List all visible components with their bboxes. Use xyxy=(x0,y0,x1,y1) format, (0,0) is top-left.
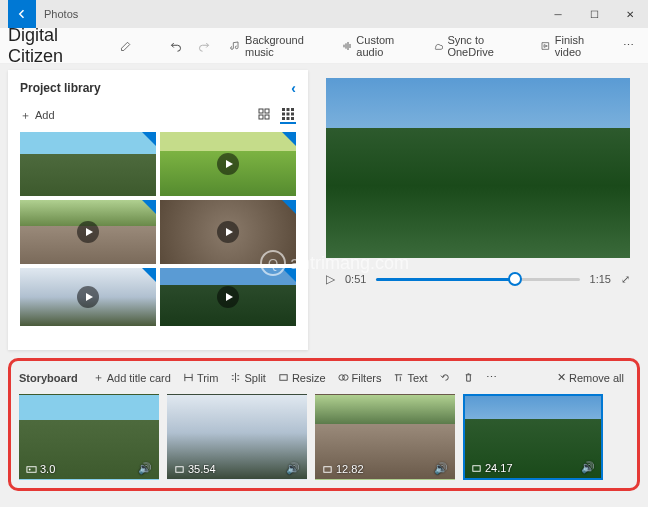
custom-audio-label: Custom audio xyxy=(356,34,416,58)
project-title: Digital Citizen xyxy=(8,25,106,67)
edit-title-button[interactable] xyxy=(114,36,138,56)
svg-point-15 xyxy=(342,375,348,381)
add-media-button[interactable]: ＋ Add xyxy=(20,108,55,123)
more-storyboard-button[interactable]: ⋯ xyxy=(481,368,502,387)
play-icon xyxy=(77,286,99,308)
library-header: Project library ‹ xyxy=(20,80,296,96)
storyboard-clip[interactable]: 3.0 🔊 xyxy=(19,394,159,480)
storyboard-clips: 3.0 🔊 35.54 🔊 12.82 🔊 24.17 🔊 xyxy=(19,394,629,480)
preview-panel: ▷ 0:51 1:15 ⤢ xyxy=(308,64,648,350)
finish-button[interactable]: Finish video xyxy=(534,30,613,62)
filters-button[interactable]: Filters xyxy=(333,369,387,387)
library-thumb[interactable] xyxy=(160,200,296,264)
svg-rect-11 xyxy=(287,117,290,120)
sync-label: Sync to OneDrive xyxy=(447,34,524,58)
filters-label: Filters xyxy=(352,372,382,384)
library-thumb[interactable] xyxy=(20,132,156,196)
library-thumb[interactable] xyxy=(160,268,296,326)
resize-button[interactable]: Resize xyxy=(273,369,331,387)
text-label: Text xyxy=(407,372,427,384)
total-time: 1:15 xyxy=(590,273,611,285)
storyboard-clip[interactable]: 12.82 🔊 xyxy=(315,394,455,480)
library-thumb[interactable] xyxy=(20,200,156,264)
remove-all-label: Remove all xyxy=(569,372,624,384)
main-toolbar: Digital Citizen Background music Custom … xyxy=(0,28,648,64)
add-title-label: Add title card xyxy=(107,372,171,384)
trim-label: Trim xyxy=(197,372,219,384)
add-label: Add xyxy=(35,109,55,121)
preview-frame[interactable] xyxy=(326,78,630,258)
svg-rect-7 xyxy=(282,113,285,116)
app-title: Photos xyxy=(44,8,540,20)
clip-duration: 24.17 xyxy=(471,462,513,474)
resize-label: Resize xyxy=(292,372,326,384)
svg-rect-5 xyxy=(287,108,290,111)
play-icon xyxy=(217,221,239,243)
svg-point-17 xyxy=(29,468,31,470)
storyboard-title: Storyboard xyxy=(19,372,78,384)
background-music-button[interactable]: Background music xyxy=(224,30,331,62)
add-title-card-button[interactable]: ＋ Add title card xyxy=(88,367,176,388)
undo-button[interactable] xyxy=(164,36,188,56)
close-button[interactable]: ✕ xyxy=(612,0,648,28)
text-button[interactable]: Text xyxy=(388,369,432,387)
plus-icon: ＋ xyxy=(20,108,31,123)
svg-rect-19 xyxy=(324,466,331,472)
seek-progress xyxy=(376,278,514,281)
custom-audio-button[interactable]: Custom audio xyxy=(336,30,423,62)
view-switcher xyxy=(256,106,296,124)
storyboard-toolbar: Storyboard ＋ Add title card Trim Split R… xyxy=(19,367,629,388)
maximize-button[interactable]: ☐ xyxy=(576,0,612,28)
sound-icon: 🔊 xyxy=(581,461,595,474)
svg-rect-1 xyxy=(265,109,269,113)
seek-slider[interactable] xyxy=(376,278,579,281)
svg-rect-16 xyxy=(27,466,36,472)
rotate-button[interactable] xyxy=(435,369,456,386)
window-controls: ─ ☐ ✕ xyxy=(540,0,648,28)
project-library-panel: Project library ‹ ＋ Add xyxy=(8,70,308,350)
library-thumb[interactable] xyxy=(160,132,296,196)
playback-controls: ▷ 0:51 1:15 ⤢ xyxy=(326,272,630,286)
finish-label: Finish video xyxy=(555,34,607,58)
library-title: Project library xyxy=(20,81,101,95)
clip-duration: 12.82 xyxy=(322,463,364,475)
svg-rect-8 xyxy=(287,113,290,116)
sound-icon: 🔊 xyxy=(434,462,448,475)
view-small-button[interactable] xyxy=(280,106,296,124)
svg-rect-18 xyxy=(176,466,183,472)
play-button[interactable]: ▷ xyxy=(326,272,335,286)
storyboard-clip[interactable]: 35.54 🔊 xyxy=(167,394,307,480)
svg-rect-20 xyxy=(473,465,480,471)
sync-button[interactable]: Sync to OneDrive xyxy=(427,30,530,62)
main-area: Project library ‹ ＋ Add xyxy=(0,64,648,350)
fullscreen-button[interactable]: ⤢ xyxy=(621,273,630,286)
redo-button[interactable] xyxy=(192,36,216,56)
clip-duration: 3.0 xyxy=(26,463,55,475)
collapse-library-button[interactable]: ‹ xyxy=(291,80,296,96)
trim-button[interactable]: Trim xyxy=(178,369,224,387)
svg-rect-0 xyxy=(259,109,263,113)
split-label: Split xyxy=(244,372,265,384)
storyboard-section: Storyboard ＋ Add title card Trim Split R… xyxy=(8,358,640,491)
play-icon xyxy=(217,153,239,175)
svg-rect-4 xyxy=(282,108,285,111)
plus-icon: ＋ xyxy=(93,370,104,385)
remove-all-button[interactable]: ✕ Remove all xyxy=(552,368,629,387)
svg-rect-10 xyxy=(282,117,285,120)
storyboard-clip[interactable]: 24.17 🔊 xyxy=(463,394,603,480)
svg-rect-3 xyxy=(265,115,269,119)
svg-rect-9 xyxy=(291,113,294,116)
view-large-button[interactable] xyxy=(256,106,272,124)
split-button[interactable]: Split xyxy=(225,369,270,387)
current-time: 0:51 xyxy=(345,273,366,285)
more-button[interactable]: ⋯ xyxy=(617,35,640,56)
library-thumb[interactable] xyxy=(20,268,156,326)
play-icon xyxy=(217,286,239,308)
clip-duration: 35.54 xyxy=(174,463,216,475)
svg-rect-13 xyxy=(280,375,287,381)
seek-handle[interactable] xyxy=(508,272,522,286)
svg-rect-6 xyxy=(291,108,294,111)
delete-button[interactable] xyxy=(458,369,479,386)
svg-rect-12 xyxy=(291,117,294,120)
minimize-button[interactable]: ─ xyxy=(540,0,576,28)
